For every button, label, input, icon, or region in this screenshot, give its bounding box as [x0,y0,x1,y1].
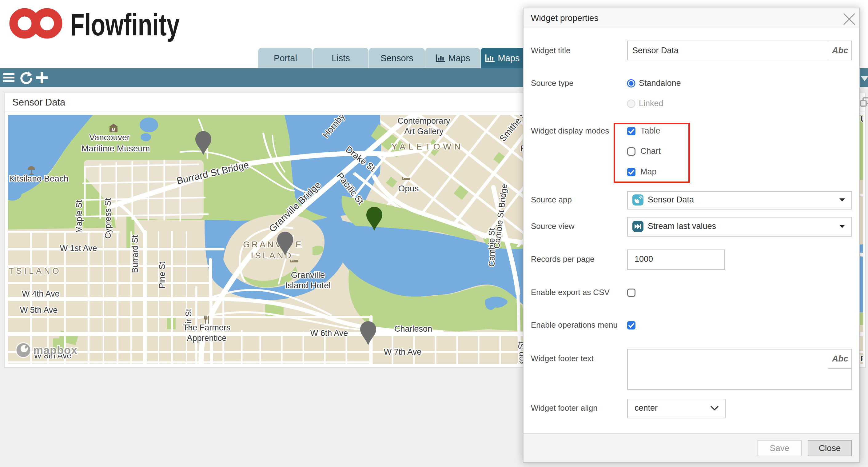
svg-text:TSILANO: TSILANO [9,267,62,276]
svg-text:Contemporary: Contemporary [397,116,450,126]
svg-text:Un: Un [861,115,863,124]
svg-text:Kitsilano Beach: Kitsilano Beach [9,174,68,183]
svg-text:W 5th Ave: W 5th Ave [20,306,58,315]
svg-text:W 1st Ave: W 1st Ave [60,244,97,253]
svg-text:Apprentice: Apprentice [187,334,226,343]
svg-text:Maritime Museum: Maritime Museum [82,144,150,153]
svg-text:Cypress St: Cypress St [103,198,113,239]
svg-text:Burrard St: Burrard St [130,235,140,273]
svg-text:The Farmers: The Farmers [183,323,231,332]
svg-text:Maple St: Maple St [74,200,84,233]
svg-text:W 6th Ave: W 6th Ave [310,329,348,338]
svg-text:mapbox: mapbox [33,344,78,356]
svg-text:Art Gallery: Art Gallery [404,127,443,136]
svg-text:W 7th Ave: W 7th Ave [384,347,422,356]
svg-text:Island Hotel: Island Hotel [285,281,331,290]
svg-text:Flowfinity: Flowfinity [70,8,180,42]
svg-text:Opus: Opus [398,184,419,193]
svg-text:GRANVI E: GRANVI E [243,240,303,249]
svg-text:p: p [861,353,863,361]
svg-text:YALETOWN: YALETOWN [392,142,464,151]
svg-text:Pine St: Pine St [157,261,167,288]
svg-text:Granville: Granville [291,270,325,280]
svg-text:W 4th Ave: W 4th Ave [22,289,60,299]
svg-text:Charleson: Charleson [394,324,432,334]
svg-text:Vancouver: Vancouver [89,133,130,142]
svg-text:M: M [112,127,115,132]
